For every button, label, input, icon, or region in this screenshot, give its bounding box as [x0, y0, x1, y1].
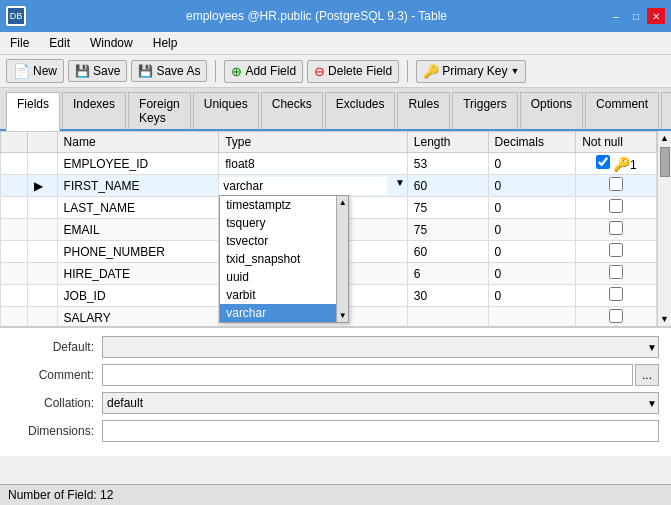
default-label: Default:: [12, 340, 102, 354]
add-field-icon: ⊕: [231, 64, 242, 79]
menu-window[interactable]: Window: [84, 34, 139, 52]
comment-dots-button[interactable]: ...: [635, 364, 659, 386]
not-null-checkbox[interactable]: [609, 265, 623, 279]
scroll-up-icon[interactable]: ▲: [660, 133, 669, 143]
tab-triggers[interactable]: Triggers: [452, 92, 518, 129]
default-select[interactable]: [102, 336, 659, 358]
dropdown-option[interactable]: tsvector: [220, 232, 348, 250]
primary-key-arrow: ▼: [510, 66, 519, 76]
comment-input[interactable]: [102, 364, 633, 386]
dropdown-option[interactable]: varchar: [220, 304, 348, 322]
tab-sql-preview[interactable]: SQL Preview: [661, 92, 671, 129]
dropdown-scrollbar[interactable]: ▲ ▼: [336, 196, 348, 322]
type-dropdown[interactable]: timestamptz tsquery tsvector txid_snapsh…: [219, 195, 349, 323]
primary-key-icon: 🔑: [423, 64, 439, 79]
tab-excludes[interactable]: Excludes: [325, 92, 396, 129]
row-type[interactable]: ▼ timestamptz tsquery tsvector txid_snap…: [219, 175, 408, 197]
table-row[interactable]: EMPLOYEE_ID float8 53 0 🔑1: [1, 153, 657, 175]
tab-comment[interactable]: Comment: [585, 92, 659, 129]
fields-table: Name Type Length Decimals Not null EMPLO…: [0, 131, 657, 326]
not-null-checkbox[interactable]: [609, 221, 623, 235]
not-null-checkbox[interactable]: [609, 177, 623, 191]
toolbar-separator-2: [407, 60, 408, 82]
dropdown-option[interactable]: uuid: [220, 268, 348, 286]
row-name[interactable]: SALARY: [57, 307, 219, 327]
tab-options[interactable]: Options: [520, 92, 583, 129]
tab-checks[interactable]: Checks: [261, 92, 323, 129]
table-scrollbar[interactable]: ▲ ▼: [657, 131, 671, 326]
collation-select[interactable]: default: [102, 392, 659, 414]
dropdown-option[interactable]: timestamptz: [220, 196, 348, 214]
row-decimals: 0: [488, 175, 576, 197]
dropdown-option[interactable]: tsquery: [220, 214, 348, 232]
key-num: 1: [630, 158, 637, 172]
save-as-icon: 💾: [138, 64, 153, 78]
row-name[interactable]: HIRE_DATE: [57, 263, 219, 285]
row-length: 60: [407, 175, 488, 197]
menubar: File Edit Window Help: [0, 32, 671, 55]
delete-field-icon: ⊖: [314, 64, 325, 79]
status-bar: Number of Field: 12: [0, 484, 671, 505]
not-null-checkbox[interactable]: [609, 309, 623, 323]
add-field-label: Add Field: [245, 64, 296, 78]
menu-file[interactable]: File: [4, 34, 35, 52]
maximize-button[interactable]: □: [627, 8, 645, 24]
row-name[interactable]: EMPLOYEE_ID: [57, 153, 219, 175]
type-input[interactable]: [219, 177, 387, 195]
scroll-down-icon[interactable]: ▼: [660, 314, 669, 324]
delete-field-button[interactable]: ⊖ Delete Field: [307, 60, 399, 83]
row-decimals: 0: [488, 153, 576, 175]
default-select-wrapper: ▼: [102, 336, 659, 358]
primary-key-button[interactable]: 🔑 Primary Key ▼: [416, 60, 526, 83]
row-notnull: [576, 175, 657, 197]
dimensions-row: Dimensions: 0: [12, 420, 659, 442]
not-null-checkbox[interactable]: [609, 287, 623, 301]
row-name[interactable]: LAST_NAME: [57, 197, 219, 219]
delete-field-label: Delete Field: [328, 64, 392, 78]
tabs-bar: Fields Indexes Foreign Keys Uniques Chec…: [0, 88, 671, 131]
tab-indexes[interactable]: Indexes: [62, 92, 126, 129]
row-name[interactable]: PHONE_NUMBER: [57, 241, 219, 263]
row-name[interactable]: EMAIL: [57, 219, 219, 241]
menu-edit[interactable]: Edit: [43, 34, 76, 52]
save-as-label: Save As: [156, 64, 200, 78]
row-name[interactable]: FIRST_NAME: [57, 175, 219, 197]
dimensions-label: Dimensions:: [12, 424, 102, 438]
row-name[interactable]: JOB_ID: [57, 285, 219, 307]
dimensions-input[interactable]: 0: [102, 420, 659, 442]
row-notnull: 🔑1: [576, 153, 657, 175]
table-row[interactable]: ▶ FIRST_NAME ▼ timestamptz tsquery tsvec…: [1, 175, 657, 197]
key-icon: 🔑: [613, 156, 630, 172]
props-area: Default: ▼ Comment: ... Collation: defau…: [0, 326, 671, 456]
main-content: Name Type Length Decimals Not null EMPLO…: [0, 131, 671, 456]
new-button[interactable]: 📄 New: [6, 59, 64, 83]
dropdown-option[interactable]: txid_snapshot: [220, 250, 348, 268]
row-arrow: [27, 153, 57, 175]
save-as-button[interactable]: 💾 Save As: [131, 60, 207, 82]
tab-fields[interactable]: Fields: [6, 92, 60, 131]
default-row: Default: ▼: [12, 336, 659, 358]
save-button[interactable]: 💾 Save: [68, 60, 127, 82]
col-notnull-header: Not null: [576, 132, 657, 153]
tab-uniques[interactable]: Uniques: [193, 92, 259, 129]
not-null-checkbox[interactable]: [596, 155, 610, 169]
col-type-header: Type: [219, 132, 408, 153]
row-type[interactable]: float8: [219, 153, 408, 175]
menu-help[interactable]: Help: [147, 34, 184, 52]
new-icon: 📄: [13, 63, 30, 79]
not-null-checkbox[interactable]: [609, 199, 623, 213]
tab-foreign-keys[interactable]: Foreign Keys: [128, 92, 191, 129]
col-num-header: [1, 132, 28, 153]
scroll-thumb[interactable]: [660, 147, 670, 177]
toolbar-separator: [215, 60, 216, 82]
new-label: New: [33, 64, 57, 78]
save-label: Save: [93, 64, 120, 78]
not-null-checkbox[interactable]: [609, 243, 623, 257]
tab-rules[interactable]: Rules: [397, 92, 450, 129]
minimize-button[interactable]: –: [607, 8, 625, 24]
collation-row: Collation: default ▼: [12, 392, 659, 414]
dropdown-arrow[interactable]: ▼: [395, 177, 405, 188]
close-button[interactable]: ✕: [647, 8, 665, 24]
dropdown-option[interactable]: varbit: [220, 286, 348, 304]
add-field-button[interactable]: ⊕ Add Field: [224, 60, 303, 83]
